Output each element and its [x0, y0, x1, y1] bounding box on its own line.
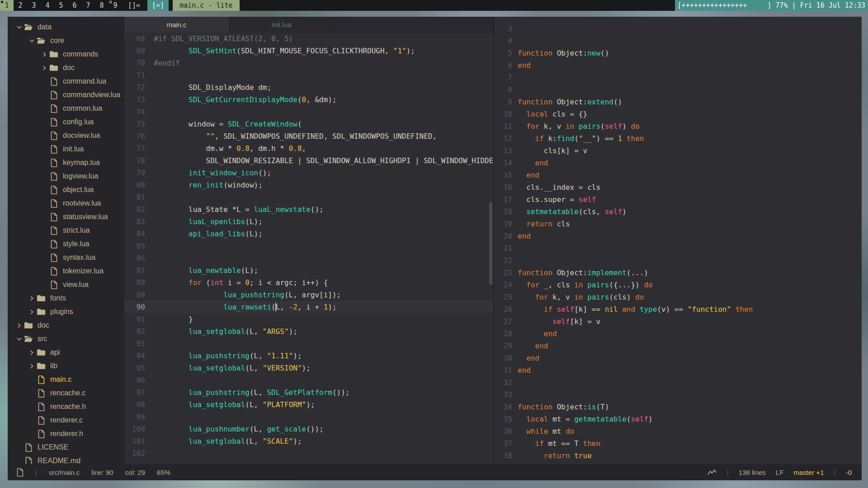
code-line[interactable]: 69 SDL_SetHint(SDL_HINT_MOUSE_FOCUS_CLIC… — [124, 45, 493, 57]
code-line[interactable]: 14 end — [494, 157, 862, 169]
code-line[interactable]: 70#endif — [124, 57, 493, 69]
code-line[interactable]: 96 — [124, 374, 493, 386]
tree-item-init-lua[interactable]: init.lua — [8, 142, 124, 156]
code-line[interactable]: 89 lua_pushstring(L, argv[i]); — [124, 289, 493, 301]
tree-item-license[interactable]: LICENSE — [8, 441, 124, 454]
tree-item-doc[interactable]: doc — [8, 319, 124, 332]
code-line[interactable]: 80 ren_init(window); — [124, 179, 493, 191]
code-line[interactable]: 3 — [494, 23, 862, 35]
code-line[interactable]: 25 for k, v in pairs(cls) do — [494, 291, 862, 303]
code-line[interactable]: 92 lua_setglobal(L, "ARGS"); — [124, 325, 493, 338]
tree-item-lib[interactable]: lib — [8, 359, 124, 373]
code-line[interactable]: 101 lua_setglobal(L, "SCALE"); — [124, 435, 493, 447]
tree-item-renderer-h[interactable]: renderer.h — [8, 427, 124, 441]
code-line[interactable]: 20end — [494, 230, 862, 242]
tree-item-keymap-lua[interactable]: keymap.lua — [8, 156, 124, 169]
code-line[interactable]: 36 while mt do — [494, 425, 862, 437]
workspace-tag-7[interactable]: 7 — [81, 0, 95, 11]
code-line[interactable]: 98 lua_setglobal(L, "PLATFORM"); — [124, 399, 493, 411]
code-line[interactable]: 37 if mt == T then — [494, 437, 862, 450]
code-line[interactable]: 32 — [494, 376, 862, 389]
code-line[interactable]: 28 end — [494, 328, 862, 340]
code-line[interactable]: 74 — [124, 106, 493, 118]
tree-item-logview-lua[interactable]: logview.lua — [8, 169, 124, 183]
tree-item-strict-lua[interactable]: strict.lua — [8, 224, 124, 237]
code-line[interactable]: 19 return cls — [494, 218, 862, 230]
scrollbar-thumb[interactable] — [489, 202, 492, 285]
tree-item-style-lua[interactable]: style.lua — [8, 237, 124, 251]
code-line[interactable]: 29 end — [494, 340, 862, 352]
tree-item-plugins[interactable]: plugins — [8, 305, 124, 319]
code-line[interactable]: 73 SDL_GetCurrentDisplayMode(0, &dm); — [124, 94, 493, 106]
code-line[interactable]: 88 for (int i = 0; i < argc; i++) { — [124, 277, 493, 289]
code-line[interactable]: 16 cls.__index = cls — [494, 181, 862, 193]
code-line[interactable]: 30 end — [494, 352, 862, 364]
code-line[interactable]: 5function Object:new() — [494, 47, 862, 59]
code-line[interactable]: 75 window = SDL_CreateWindow( — [124, 118, 493, 130]
tree-item-src[interactable]: src — [8, 332, 124, 346]
code-line[interactable]: 93 — [124, 338, 493, 350]
code-line[interactable]: 18 setmetatable(cls, self) — [494, 206, 862, 218]
tree-item-object-lua[interactable]: object.lua — [8, 183, 124, 197]
code-line[interactable]: 90 lua_rawseti(L, -2, i + 1); — [124, 301, 493, 313]
code-line[interactable]: 27 self[k] = v — [494, 315, 862, 328]
code-line[interactable]: 97 lua_pushstring(L, SDL_GetPlatform()); — [124, 386, 493, 399]
code-line[interactable]: 86 — [124, 252, 493, 264]
layout-icon[interactable]: []= — [124, 0, 144, 11]
code-line[interactable]: 99 — [124, 411, 493, 423]
code-line[interactable]: 95 lua_setglobal(L, "VERSION"); — [124, 362, 493, 374]
workspace-tag-8[interactable]: 8 — [95, 0, 108, 11]
code-line[interactable]: 83 luaL_openlibs(L); — [124, 216, 493, 228]
code-line[interactable]: 22 — [494, 254, 862, 267]
code-line[interactable]: 100 lua_pushnumber(L, get_scale()); — [124, 423, 493, 435]
code-line[interactable]: 34function Object:is(T) — [494, 401, 862, 413]
tree-item-commandview-lua[interactable]: commandview.lua — [8, 88, 124, 102]
code-line[interactable]: 77 dm.w * 0.8, dm.h * 0.8, — [124, 142, 493, 155]
code-line[interactable]: 12 if k:find("__") == 1 then — [494, 132, 862, 145]
tree-item-core[interactable]: core — [8, 34, 124, 47]
workspace-tag-1[interactable]: 1 — [0, 0, 14, 11]
tree-item-command-lua[interactable]: command.lua — [8, 75, 124, 88]
code-line[interactable]: 84 api_load_libs(L); — [124, 228, 493, 240]
tab-init-lua[interactable]: init.lua — [229, 17, 334, 33]
tab-main-c[interactable]: main.c — [124, 17, 229, 33]
tree-item-docview-lua[interactable]: docview.lua — [8, 129, 124, 142]
tree-item-rencache-h[interactable]: rencache.h — [8, 400, 124, 413]
workspace-tag-4[interactable]: 4 — [41, 0, 54, 11]
code-line[interactable]: 76 "", SDL_WINDOWPOS_UNDEFINED, SDL_WIND… — [124, 130, 493, 142]
tree-item-view-lua[interactable]: view.lua — [8, 278, 124, 291]
code-line[interactable]: 26 if self[k] == nil and type(v) == "fun… — [494, 303, 862, 315]
editor-pane-left[interactable]: main.c init.lua 68#if SDL_VERSION_ATLEAS… — [124, 17, 493, 464]
code-line[interactable]: 82 lua_State *L = luaL_newstate(); — [124, 203, 493, 216]
tree-item-fonts[interactable]: fonts — [8, 291, 124, 305]
tree-item-common-lua[interactable]: common.lua — [8, 102, 124, 115]
code-line[interactable]: 7 — [494, 71, 862, 84]
workspace-tag-5[interactable]: 5 — [54, 0, 68, 11]
code-line[interactable]: 15 end — [494, 169, 862, 181]
tree-item-commands[interactable]: commands — [8, 47, 124, 61]
scratchpad-indicator[interactable]: [=] — [147, 0, 169, 11]
tree-item-rencache-c[interactable]: rencache.c — [8, 386, 124, 400]
tree-item-data[interactable]: data — [8, 20, 124, 34]
editor-pane-right[interactable]: 345function Object:new()6end789function … — [493, 17, 862, 464]
code-line[interactable]: 13 cls[k] = v — [494, 145, 862, 157]
code-line[interactable]: 72 SDL_DisplayMode dm; — [124, 81, 493, 94]
code-line[interactable]: 35 local mt = getmetatable(self) — [494, 413, 862, 425]
code-line[interactable]: 9function Object:extend() — [494, 96, 862, 108]
tree-item-renderer-c[interactable]: renderer.c — [8, 413, 124, 427]
workspace-tag-3[interactable]: 3 — [27, 0, 41, 11]
tree-item-readme-md[interactable]: README.md — [8, 454, 124, 464]
code-line[interactable]: 33 — [494, 389, 862, 401]
code-line[interactable]: 6end — [494, 59, 862, 71]
tree-item-tokenizer-lua[interactable]: tokenizer.lua — [8, 264, 124, 278]
code-line[interactable]: 71 — [124, 69, 493, 81]
code-line[interactable]: 79 init_window_icon(); — [124, 167, 493, 179]
tree-item-statusview-lua[interactable]: statusview.lua — [8, 210, 124, 224]
code-line[interactable]: 11 for k, v in pairs(self) do — [494, 120, 862, 132]
tree-item-syntax-lua[interactable]: syntax.lua — [8, 251, 124, 264]
code-line[interactable]: 38 return true — [494, 450, 862, 462]
code-line[interactable]: 31end — [494, 364, 862, 376]
workspace-tag-9[interactable]: 9 — [108, 0, 122, 11]
code-line[interactable]: 81 — [124, 191, 493, 203]
code-line[interactable]: 85 — [124, 240, 493, 252]
